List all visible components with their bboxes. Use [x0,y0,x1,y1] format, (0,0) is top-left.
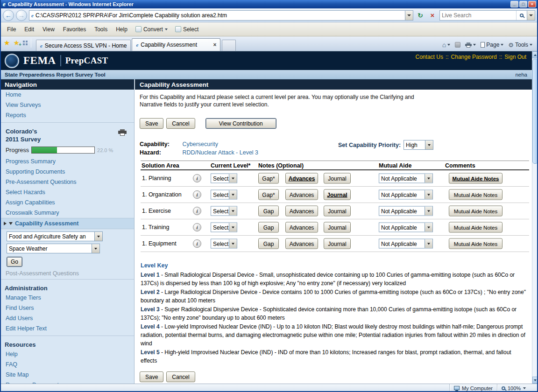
sidebar-item-edit-helper-text[interactable]: Edit Helper Text [0,323,134,334]
favorites-star-icon[interactable]: ★ [4,39,10,46]
address-dropdown-button[interactable] [405,11,413,20]
scroll-up-button[interactable] [532,51,538,58]
minimize-button[interactable]: _ [510,1,518,7]
gap-button[interactable]: Gap* [258,189,279,200]
address-input[interactable] [35,12,405,19]
gap-button[interactable]: Gap [258,238,279,249]
printer-icon[interactable] [118,129,127,136]
zoom-control[interactable]: 100% [497,384,538,392]
save-button[interactable]: Save [140,118,163,129]
advances-button[interactable]: Advances [285,222,318,233]
menu-help[interactable]: Help [112,25,132,34]
mutual-aide-select[interactable]: Not Applicable [379,174,433,183]
sidebar-item-home[interactable]: Home [0,90,134,100]
mutual-aide-select[interactable]: Not Applicable [379,239,433,249]
mutual-aide-notes-button[interactable]: Mutual Aide Notes [449,222,503,233]
back-button[interactable]: ← [3,10,14,21]
print-button[interactable] [465,42,476,48]
capability-select[interactable]: Food and Agriculture Safety an [7,231,103,241]
mutual-aide-select[interactable]: Not Applicable [379,206,433,216]
select-button[interactable]: Select [171,24,202,35]
cancel-button[interactable]: Cancel [166,118,195,129]
menu-edit[interactable]: Edit [20,25,38,34]
sidebar-item-view-surveys[interactable]: View Surveys [0,100,134,110]
hazard-select[interactable]: Space Weather [7,244,100,253]
info-icon[interactable]: i [193,207,201,215]
contact-us-link[interactable]: Contact Us [416,54,443,60]
menu-file[interactable]: File [3,25,20,34]
journal-button[interactable]: Journal [324,173,351,184]
journal-button[interactable]: Journal [324,222,351,233]
sidebar-item-progress-summary[interactable]: Progress Summary [0,156,134,167]
refresh-button[interactable]: ↻ [415,10,425,21]
menu-favorites[interactable]: Favorites [59,25,90,34]
mutual-aide-select[interactable]: Not Applicable [379,190,433,200]
search-dropdown-button[interactable] [527,11,535,20]
change-password-link[interactable]: Change Password [451,54,497,60]
info-icon[interactable]: i [193,174,201,182]
sidebar-item-capability-assessment[interactable]: Capability Assessment [0,218,134,229]
menu-tools[interactable]: Tools [90,25,112,34]
advances-button[interactable]: Advances [285,173,318,184]
sidebar-item-help[interactable]: Help [0,349,134,359]
stop-button[interactable]: × [427,10,438,21]
current-level-select[interactable]: Select [211,223,237,232]
vertical-scrollbar[interactable] [532,51,538,384]
search-input[interactable] [440,12,516,19]
sidebar-item-site-map[interactable]: Site Map [0,370,134,380]
add-favorite-icon[interactable]: ★+ [13,39,19,46]
info-icon[interactable]: i [193,239,201,248]
save-button-bottom[interactable]: Save [140,371,163,382]
sidebar-item-supporting-documents[interactable]: Supporting Documents [0,167,134,177]
go-button[interactable]: Go [7,257,22,267]
mutual-aide-notes-button[interactable]: Mutual Aide Notes [449,173,503,184]
info-icon[interactable]: i [193,223,201,231]
current-level-select[interactable]: Select [211,174,237,183]
convert-button[interactable]: Convert [132,24,171,35]
current-level-select[interactable]: Select [211,239,237,249]
mutual-aide-select[interactable]: Not Applicable [379,223,433,232]
gap-button[interactable]: Gap [258,206,279,217]
tab-capability-assessment[interactable]: e Capability Assessment × [132,38,220,51]
mutual-aide-notes-button[interactable]: Mutual Aide Notes [449,189,503,200]
sidebar-item-faq[interactable]: FAQ [0,359,134,370]
sign-out-link[interactable]: Sign Out [504,54,526,60]
advances-button[interactable]: Advances [285,206,318,217]
sidebar-item-resource-documents[interactable]: Resource Documents [0,380,134,384]
advances-button[interactable]: Advances [285,189,318,200]
sidebar-item-manage-tiers[interactable]: Manage Tiers [0,293,134,303]
sidebar-item-reports[interactable]: Reports [0,110,134,120]
sidebar-item-assign-capabilities[interactable]: Assign Capabilities [0,197,134,208]
tab-close-icon[interactable]: × [213,42,216,48]
forward-button[interactable]: → [16,10,27,21]
sidebar-item-find-users[interactable]: Find Users [0,303,134,313]
feeds-button[interactable] [455,42,460,48]
tools-button[interactable]: ⚙Tools [508,42,532,48]
view-contribution-button[interactable]: View Contribution [205,118,276,129]
new-tab-stub[interactable] [222,40,236,51]
sidebar-item-add-users[interactable]: Add Users [0,313,134,323]
home-button[interactable]: ⌂ [442,42,450,48]
search-magnifier-icon[interactable] [516,11,527,20]
priority-select[interactable]: High [404,140,433,150]
current-level-select[interactable]: Select [211,206,237,216]
address-field[interactable]: e [29,10,413,21]
sidebar-item-crosswalk-summary[interactable]: Crosswalk Summary [0,208,134,218]
page-button[interactable]: Page [481,42,503,48]
current-level-select[interactable]: Select [211,190,237,200]
info-icon[interactable]: i [193,190,201,199]
menu-view[interactable]: View [38,25,59,34]
scroll-down-button[interactable] [532,377,538,384]
close-button[interactable]: × [528,1,536,7]
journal-button[interactable]: Journal [324,206,351,217]
mutual-aide-notes-button[interactable]: Mutual Aide Notes [449,206,503,217]
gap-button[interactable]: Gap [258,222,279,233]
tab-ssl-vpn[interactable]: e Secure Access SSL VPN - Home [36,40,131,51]
advances-button[interactable]: Advances [285,238,318,249]
sidebar-item-select-hazards[interactable]: Select Hazards [0,187,134,197]
mutual-aide-notes-button[interactable]: Mutual Aide Notes [449,238,503,249]
gap-button[interactable]: Gap* [258,173,279,184]
quick-tabs-icon[interactable] [23,41,25,42]
maximize-button[interactable]: □ [519,1,527,7]
sidebar-item-pre-assessment-questions[interactable]: Pre-Assessment Questions [0,177,134,187]
